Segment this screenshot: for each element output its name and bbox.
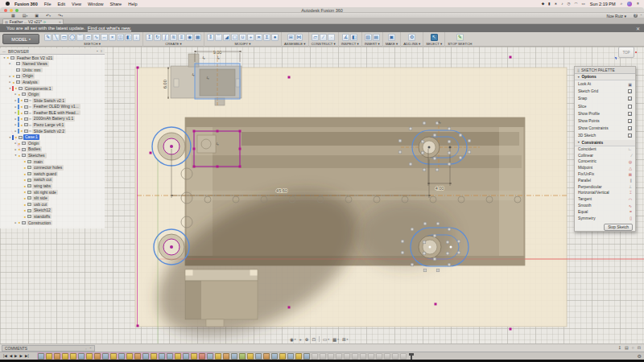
offset-icon[interactable]: ◫ bbox=[117, 34, 124, 41]
browser-item-named-views[interactable]: ▸Named Views bbox=[0, 61, 105, 68]
timeline-feature-ex[interactable] bbox=[118, 353, 125, 360]
circle-icon[interactable]: ◯ bbox=[68, 34, 76, 41]
coincident-icon[interactable]: ∟ bbox=[628, 146, 632, 151]
apps-grid-icon[interactable]: ▦ bbox=[11, 13, 15, 18]
spline-icon[interactable]: ∿ bbox=[93, 34, 100, 41]
browser-item-feather-ble-with-head[interactable]: ▸●∞Feather BLE with Head... bbox=[0, 109, 105, 116]
extrude-icon[interactable]: ↥ bbox=[146, 34, 153, 41]
menubar-clock[interactable]: Sun 2:19 PM bbox=[590, 2, 616, 6]
chamfer-icon[interactable]: ◢ bbox=[223, 34, 230, 41]
redo-icon[interactable]: ↷▾ bbox=[58, 13, 63, 18]
browser-item-label[interactable]: Slide Switch v2:1 bbox=[32, 98, 66, 104]
palette-constraint-horizontal-vertical[interactable]: Horizontal/Vertical⌶ bbox=[575, 190, 635, 196]
browser-item-sketches[interactable]: ▾●Sketches bbox=[0, 153, 105, 159]
palette-constraint-symmetry[interactable]: Symmetry▯ bbox=[575, 215, 635, 221]
toolbar-group-label[interactable]: CONSTRUCT ▾ bbox=[312, 42, 336, 46]
browser-item-slide-switch-v2-2[interactable]: ▸●∞Slide Switch v2:2 bbox=[0, 128, 105, 134]
visibility-bulb-icon[interactable]: ● bbox=[18, 220, 21, 224]
polygon-icon[interactable]: ▱ bbox=[85, 34, 92, 41]
checkbox-checked[interactable]: ✓ bbox=[628, 112, 632, 116]
align-icon[interactable]: ≍ bbox=[255, 34, 262, 41]
visibility-bulb-icon[interactable]: ● bbox=[20, 105, 23, 109]
stop-sketch-icon[interactable]: ✎ bbox=[456, 34, 464, 41]
revolve-icon[interactable]: ↻ bbox=[154, 34, 161, 41]
go-to-end-icon[interactable]: ▶| bbox=[25, 354, 29, 358]
offset-plane-icon[interactable]: ▱ bbox=[312, 34, 319, 41]
browser-item-label[interactable]: Named Views bbox=[21, 61, 49, 67]
smooth-icon[interactable]: ∿ bbox=[629, 204, 632, 208]
press-pull-icon[interactable]: ⇕ bbox=[207, 34, 214, 41]
timeline-feature-jt[interactable] bbox=[239, 353, 246, 360]
point-icon[interactable]: · bbox=[328, 34, 335, 41]
joint-icon[interactable]: ⋈ bbox=[295, 34, 303, 41]
palette-option-3d-sketch[interactable]: 3D Sketch✓ bbox=[575, 132, 635, 139]
visibility-bulb-icon[interactable]: ● bbox=[23, 215, 27, 219]
zoom-icon[interactable]: ⊕ bbox=[305, 337, 309, 342]
visibility-bulb-icon[interactable]: ● bbox=[12, 80, 15, 84]
timeline-feature-ex[interactable] bbox=[78, 353, 85, 360]
spotlight-search-icon[interactable]: ⌕ bbox=[621, 1, 623, 6]
timeline-feature-sk[interactable] bbox=[70, 353, 76, 360]
file-menu-icon[interactable]: ▤▾ bbox=[23, 13, 28, 18]
browser-item-label[interactable]: wing tabs bbox=[32, 183, 52, 189]
timeline-feature-sk[interactable] bbox=[175, 353, 181, 360]
browser-item-label[interactable]: Slide Switch v2:2 bbox=[32, 129, 66, 134]
viewcube[interactable]: TOP bbox=[618, 47, 634, 58]
midpoint-icon[interactable]: △ bbox=[629, 166, 632, 171]
mirror-icon[interactable]: ◧ bbox=[125, 34, 132, 41]
new-component-icon[interactable]: ⊞ bbox=[287, 34, 295, 41]
project-icon[interactable]: ↓ bbox=[133, 34, 140, 41]
browser-item-label[interactable]: Sketch12 bbox=[32, 208, 52, 213]
browser-item-piezo-large-v4-1[interactable]: ▸●∞Piezo Large v4:1 bbox=[0, 122, 105, 129]
browser-item-label[interactable]: connector holes bbox=[32, 165, 64, 171]
browser-item-construction[interactable]: ▸●Construction bbox=[0, 220, 105, 226]
browser-item-wing-tabs[interactable]: ●wing tabs bbox=[0, 183, 105, 189]
symmetry-icon[interactable]: ▯ bbox=[630, 216, 632, 220]
fillet-icon[interactable]: ⌒ bbox=[215, 34, 222, 41]
palette-option-look-at[interactable]: Look At▣ bbox=[575, 80, 635, 88]
timeline-feature-pt[interactable] bbox=[199, 353, 205, 360]
palette-constraint-midpoint[interactable]: Midpoint△ bbox=[575, 165, 635, 171]
browser-header[interactable]: — BROWSER ▪ ≡ bbox=[0, 48, 105, 55]
timeline-feature-sk[interactable] bbox=[215, 353, 221, 360]
timeline-feature-ex[interactable] bbox=[167, 353, 173, 360]
visibility-bulb-icon[interactable]: ● bbox=[20, 129, 23, 133]
undo-icon[interactable]: ↶▾ bbox=[46, 13, 51, 18]
visibility-bulb-icon[interactable]: ● bbox=[20, 98, 23, 102]
palette-constraint-parallel[interactable]: Parallel∥ bbox=[575, 177, 635, 183]
browser-item-connector-holes[interactable]: ●connector holes bbox=[0, 165, 105, 171]
fix-unfix-icon[interactable]: ⊠ bbox=[629, 172, 632, 177]
timeline-feature-suppressed[interactable] bbox=[360, 353, 366, 360]
visibility-bulb-icon[interactable]: ● bbox=[23, 166, 27, 170]
3d-print-icon[interactable]: ▣ bbox=[388, 34, 395, 41]
siri-icon[interactable] bbox=[627, 2, 632, 6]
timeline-feature-ho[interactable] bbox=[223, 353, 229, 360]
browser-item-standoffs[interactable]: ●standoffs bbox=[0, 213, 105, 220]
decal-icon[interactable]: ▤ bbox=[373, 34, 380, 41]
browser-item-label[interactable]: Piezo Large v4:1 bbox=[32, 122, 66, 128]
measure-icon[interactable]: ∡ bbox=[342, 34, 349, 41]
menu-item-fusion-360[interactable]: Fusion 360 bbox=[14, 2, 38, 6]
timeline-feature-sk[interactable] bbox=[62, 353, 68, 360]
palette-constraints-section[interactable]: ▼ Constraints bbox=[575, 140, 635, 146]
expander-icon[interactable]: ▸ bbox=[8, 62, 12, 65]
browser-item-label[interactable]: Origin bbox=[27, 92, 40, 97]
browser-item-label[interactable]: main bbox=[32, 159, 44, 165]
fit-icon[interactable]: ⊡ bbox=[312, 337, 316, 342]
browser-item-label[interactable]: Case:1 bbox=[23, 134, 39, 140]
palette-header[interactable]: ⣿ SKETCH PALETTE bbox=[575, 67, 635, 74]
timeline-feature-ho[interactable] bbox=[134, 353, 141, 360]
dimension-icon[interactable]: ↔ bbox=[101, 34, 108, 41]
browser-item-switch-cut[interactable]: ●switch cut bbox=[0, 177, 105, 183]
tab-close-icon[interactable]: ✕ bbox=[59, 20, 61, 24]
insert-mesh-icon[interactable]: ▧ bbox=[365, 34, 372, 41]
browser-item-case-1[interactable]: ▾●Case:1 bbox=[0, 134, 105, 141]
apple-menu-icon[interactable] bbox=[6, 2, 10, 6]
toolbar-group-label[interactable]: SELECT ▾ bbox=[426, 42, 442, 46]
display-settings-icon[interactable]: ▭▾ bbox=[323, 337, 329, 342]
visibility-bulb-icon[interactable]: ● bbox=[23, 159, 27, 163]
timeline-feature-sk[interactable] bbox=[279, 353, 286, 360]
browser-item-label[interactable]: Analysis bbox=[21, 80, 39, 85]
browser-item-label[interactable]: Feather BLE with Head... bbox=[32, 110, 80, 116]
timeline-feature-suppressed[interactable] bbox=[328, 353, 334, 360]
